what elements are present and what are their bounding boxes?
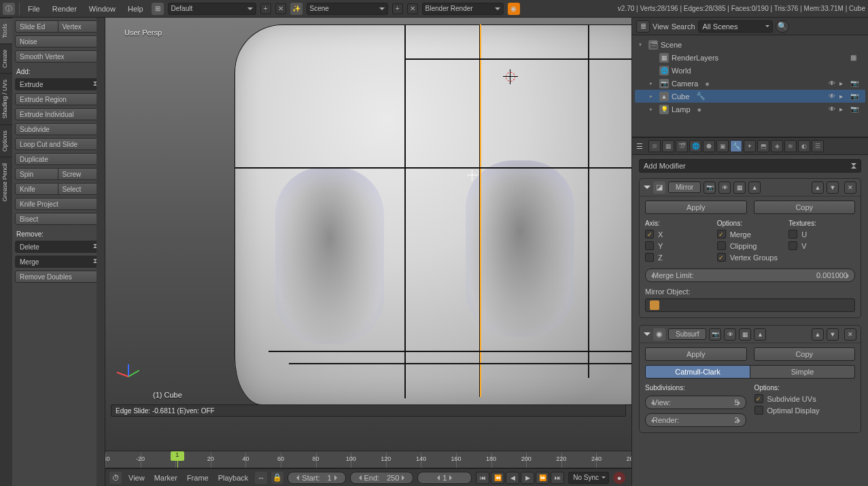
btn-smooth-vertex[interactable]: Smooth Vertex [15,50,101,63]
prop-tab-4[interactable]: ⬣ [703,140,715,152]
prop-tab-11[interactable]: ◐ [798,140,810,152]
add-modifier-dropdown[interactable]: Add Modifier [639,159,861,173]
prop-tab-12[interactable]: ☰ [812,140,824,152]
timeline-ruler[interactable]: -40-200204060801001201401601802002202402… [105,451,631,468]
range-icon[interactable]: ↔ [255,472,267,484]
sync-dropdown[interactable]: No Sync [568,472,609,484]
tl-menu-playback[interactable]: Playback [215,472,251,483]
tab-options[interactable]: Options [0,124,12,157]
btn-extrude-region[interactable]: Extrude Region [15,93,101,105]
prop-tab-0[interactable]: ⛭ [648,140,661,152]
btn-jump-end[interactable]: ⏭ [551,472,564,484]
frame-start[interactable]: Start: 1 [288,472,345,484]
btn-editmode-vis[interactable]: ▦ [739,328,751,341]
outliner[interactable]: ▾🎬Scene▦RenderLayers▦🌐World▸📷Camera●👁▸📷▸… [632,35,868,137]
outliner-item-lamp[interactable]: ▸💡Lamp●👁▸📷 [635,103,865,116]
layout-add[interactable]: + [260,3,271,14]
btn-cage-vis[interactable]: ▲ [748,181,761,194]
prop-tab-7[interactable]: ✦ [744,140,756,152]
btn-slide-edge[interactable]: Slide Ed [15,20,58,33]
seg-simple[interactable]: Simple [750,365,855,379]
screen-layout-icon[interactable]: ⊞ [152,3,164,15]
btn-remove-doubles[interactable]: Remove Doubles [15,271,101,283]
chk-axis-z[interactable]: Z [645,253,712,262]
outliner-item-world[interactable]: 🌐World [635,64,865,77]
scene-dropdown[interactable]: Scene [307,3,388,15]
dd-extrude[interactable]: Extrude [15,78,101,90]
lock-icon[interactable]: 🔒 [271,472,283,484]
btn-copy-mirror[interactable]: Copy [754,201,856,214]
tl-menu-view[interactable]: View [126,472,147,483]
btn-jump-start[interactable]: ⏮ [476,472,489,484]
btn-loop-cut-slide[interactable]: Loop Cut and Slide [15,138,101,150]
3d-viewport[interactable]: User Persp (1 [105,18,631,451]
btn-screw[interactable]: Screw [58,168,101,180]
scene-add[interactable]: + [392,3,403,14]
btn-move-down[interactable]: ▼ [827,328,839,341]
tab-shading-uvs[interactable]: Shading / UVs [0,73,12,124]
tl-menu-frame[interactable]: Frame [184,472,211,483]
chk-axis-y[interactable]: Y [645,241,712,250]
btn-apply-subsurf[interactable]: Apply [645,347,747,361]
btn-render-vis[interactable]: 📷 [704,181,716,194]
prop-tab-6[interactable]: 🔧 [730,140,742,152]
menu-render[interactable]: Render [48,3,81,14]
collapse-icon[interactable] [644,332,650,339]
frame-current[interactable]: 1 [417,472,472,484]
mirror-object-field[interactable] [645,298,855,312]
chk-opt-merge[interactable]: ✓Merge [717,230,784,239]
tab-tools[interactable]: Tools [0,18,12,44]
chk-tex-u[interactable]: U [788,230,855,239]
btn-knife-project[interactable]: Knife Project [15,198,101,210]
btn-cage-vis[interactable]: ▲ [754,328,766,341]
prop-tab-2[interactable]: 🎬 [676,140,688,152]
btn-noise[interactable]: Noise [15,35,101,48]
prop-tab-1[interactable]: ▦ [662,140,674,152]
outliner-item-renderlayers[interactable]: ▦RenderLayers▦ [635,51,865,64]
chk-tex-v[interactable]: V [788,241,855,250]
tab-grease-pencil[interactable]: Grease Pencil [0,157,12,207]
subsurf-view-field[interactable]: View:5 [645,396,746,409]
btn-move-down[interactable]: ▼ [827,181,839,194]
editor-type-icon[interactable]: ⏱ [109,472,122,484]
outliner-menu-view[interactable]: View [653,22,669,31]
chk-opt-clipping[interactable]: Clipping [717,241,784,250]
btn-key-next[interactable]: ⏩ [536,472,549,484]
prop-tab-10[interactable]: ≋ [784,140,797,152]
btn-editmode-vis[interactable]: ▦ [733,181,746,194]
chk-subsurf-subdivide-uvs[interactable]: ✓Subdivide UVs [754,394,856,403]
merge-limit-field[interactable]: Merge Limit: 0.001000 [645,268,855,282]
autokey-icon[interactable]: ● [613,472,625,484]
btn-play-rev[interactable]: ◀ [506,472,519,484]
layout-dropdown[interactable]: Default [168,3,256,15]
btn-realtime-vis[interactable]: 👁 [724,328,736,341]
tl-menu-marker[interactable]: Marker [152,472,180,483]
btn-duplicate[interactable]: Duplicate [15,153,101,165]
btn-delete-modifier[interactable]: ✕ [844,181,856,194]
outliner-menu-search[interactable]: Search [672,22,695,31]
frame-end[interactable]: End: 250 [350,472,414,484]
modifier-name[interactable]: Mirror [668,181,701,193]
tab-create[interactable]: Create [0,44,12,73]
btn-realtime-vis[interactable]: 👁 [718,181,731,194]
menu-help[interactable]: Help [124,3,147,14]
btn-move-up[interactable]: ▲ [812,328,824,341]
prop-tab-8[interactable]: ⬒ [757,140,769,152]
outliner-filter[interactable]: All Scenes [698,20,773,33]
outliner-editor-icon[interactable]: ≣ [636,20,650,33]
engine-dropdown[interactable]: Blender Render [422,3,504,15]
chk-axis-x[interactable]: ✓X [645,230,712,239]
menu-file[interactable]: File [24,3,44,14]
search-icon[interactable]: 🔍 [776,20,789,33]
btn-knife[interactable]: Knife [15,183,58,195]
btn-extrude-individual[interactable]: Extrude Individual [15,108,101,120]
modifier-name[interactable]: Subsurf [668,328,706,340]
btn-delete-modifier[interactable]: ✕ [844,328,856,341]
btn-subdivide[interactable]: Subdivide [15,123,101,135]
prop-tab-3[interactable]: 🌐 [689,140,701,152]
btn-select[interactable]: Select [58,183,101,195]
prop-tab-5[interactable]: ▣ [716,140,729,152]
subsurf-render-field[interactable]: Render:2 [645,413,746,427]
btn-spin[interactable]: Spin [15,168,58,180]
seg-catmull[interactable]: Catmull-Clark [645,365,750,379]
